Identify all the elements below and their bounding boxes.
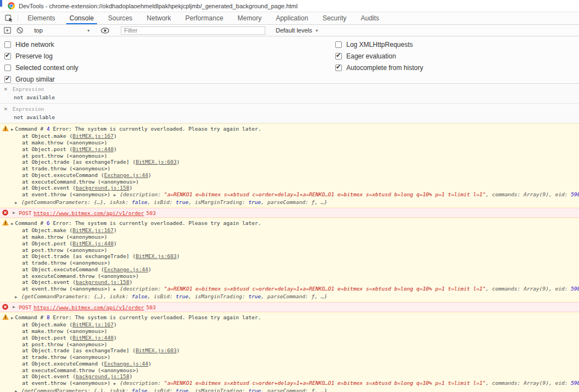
checkbox[interactable] [4,76,11,83]
stack-file-link[interactable]: Exchange.js:44 [104,266,148,272]
chrome-logo-icon [8,2,15,9]
preview-token: , [486,380,492,386]
checkbox[interactable] [335,65,342,71]
preview-token: false [132,199,148,205]
expand-arrow-icon[interactable]: ▶ [114,193,118,197]
console-sidebar-icon[interactable] [3,26,12,35]
stack-file-link[interactable]: background.js:158 [76,279,129,285]
context-selector-dropdown[interactable]: top ▼ [33,27,92,34]
stack-frame: at trade.throw (<anonymous>) [0,354,579,361]
stack-text: at Object.executeCommand ( [22,266,104,272]
inspect-element-icon[interactable] [0,12,18,24]
preview-token: {…} [94,388,103,392]
stack-text: ) [129,185,132,191]
filter-input[interactable] [121,26,265,35]
stack-text: at event.throw (<anonymous>) [22,191,114,197]
stack-text: at executeCommand.throw (<anonymous>) [22,367,139,373]
expand-arrow-icon[interactable]: ▶ [114,382,118,386]
preview-token: , [315,199,321,205]
title-bar: DevTools - chrome-extension://okdhadopla… [0,0,579,12]
checkbox[interactable] [4,65,11,71]
stack-file-link[interactable]: BitMEX.js:440 [73,146,114,152]
setting-label: Autocomplete from history [346,64,423,72]
levels-caret-icon: ▼ [315,29,319,33]
stack-file-link[interactable]: BitMEX.js:167 [73,133,114,139]
preview-token: Array(9) [523,380,549,386]
preview-token: , [147,388,153,392]
expand-arrow-icon[interactable]: ▶ [11,222,13,226]
stack-text: ) [176,347,180,353]
stack-text: ) [148,266,152,272]
stack-file-link[interactable]: BitMEX.js:603 [136,347,176,353]
close-icon[interactable]: × [4,86,8,92]
stack-text: at event.throw (<anonymous>) [22,380,114,386]
expand-arrow-icon[interactable]: ▶ [13,211,15,215]
stack-text: at Object.trade [as exchangeTrade] ( [22,347,136,353]
stack-file-link[interactable]: BitMEX.js:440 [73,240,114,246]
request-method: POST [19,304,31,310]
warning-text: Command # [15,126,46,132]
stack-frame: at post.throw (<anonymous>) [0,341,579,348]
expand-arrow-icon[interactable]: ▶ [15,201,19,205]
stack-frame: at Object.trade [as exchangeTrade] (BitM… [0,253,579,260]
stack-file-link[interactable]: BitMEX.js:603 [136,159,176,165]
clear-console-icon[interactable] [15,26,24,35]
stack-frame: at executeCommand.throw (<anonymous>) [0,367,579,374]
stack-file-link[interactable]: Exchange.js:44 [104,172,148,178]
stack-frame: at executeCommand.throw (<anonymous>) [0,179,579,185]
expand-arrow-icon[interactable]: ▶ [114,287,118,292]
stack-file-link[interactable]: BitMEX.js:603 [136,253,176,259]
tab-console[interactable]: Console [62,12,101,24]
expand-arrow-icon[interactable]: ▶ [15,389,19,392]
tab-elements[interactable]: Elements [20,12,62,24]
tab-security[interactable]: Security [315,12,353,24]
warning-text: Command # [15,220,46,226]
stack-text: ) [148,361,152,367]
stack-text: at executeCommand.throw (<anonymous>) [22,179,139,185]
stack-file-link[interactable]: BitMEX.js:167 [73,227,114,233]
tab-audits[interactable]: Audits [353,12,386,24]
stack-text: ) [176,253,180,259]
stack-frame: at trade.throw (<anonymous>) [0,260,579,266]
stack-text: ) [129,279,132,285]
stack-text: at Object.post ( [22,146,73,152]
request-url-link[interactable]: https://www.bitmex.com/api/v1/order [34,210,144,216]
stack-file-link[interactable]: BitMEX.js:167 [73,321,114,327]
console-warning-group: ▶Command # 4 Error: The system is curren… [0,123,579,208]
preview-token: getCommandParameters: [24,388,94,392]
tab-network[interactable]: Network [140,12,178,24]
expand-arrow-icon[interactable]: ▶ [11,316,13,320]
tab-application[interactable]: Application [269,12,315,24]
stack-frame: at Object.post (BitMEX.js:440) [0,240,579,247]
preview-token: isBid: [154,293,176,299]
expand-arrow-icon[interactable]: ▶ [11,127,13,132]
setting-label: Group similar [15,76,55,83]
tab-sources[interactable]: Sources [101,12,140,24]
request-method: POST [19,210,31,216]
stack-file-link[interactable]: BitMEX.js:440 [73,335,114,341]
stack-file-link[interactable]: background.js:158 [76,373,129,379]
expand-arrow-icon[interactable]: ▶ [15,295,19,299]
close-icon[interactable]: × [4,106,8,112]
preview-token: , [189,293,195,299]
stack-file-link[interactable]: Exchange.js:44 [104,361,148,367]
preview-token: , [147,293,153,299]
checkbox[interactable] [4,41,11,48]
expand-arrow-icon[interactable]: ▶ [13,305,15,309]
preview-token: isBid: [154,199,176,205]
checkbox[interactable] [335,41,342,48]
stack-frame: at event.throw (<anonymous>) ▶ {descript… [0,286,579,293]
log-levels-dropdown[interactable]: Default levels ▼ [276,27,319,34]
preview-token: , [315,293,321,299]
stack-text: at trade.throw (<anonymous>) [22,165,110,171]
preview-token: getCommandParameters: [24,199,94,205]
live-expression-eye-icon[interactable] [100,26,109,35]
checkbox[interactable] [335,53,342,60]
stack-text: at post.throw (<anonymous>) [22,247,107,253]
stack-file-link[interactable]: background.js:158 [76,185,129,191]
tab-performance[interactable]: Performance [178,12,230,24]
tab-memory[interactable]: Memory [230,12,269,24]
preview-token: Array(9) [523,191,549,197]
request-url-link[interactable]: https://www.bitmex.com/api/v1/order [34,304,144,310]
checkbox[interactable] [4,53,11,60]
